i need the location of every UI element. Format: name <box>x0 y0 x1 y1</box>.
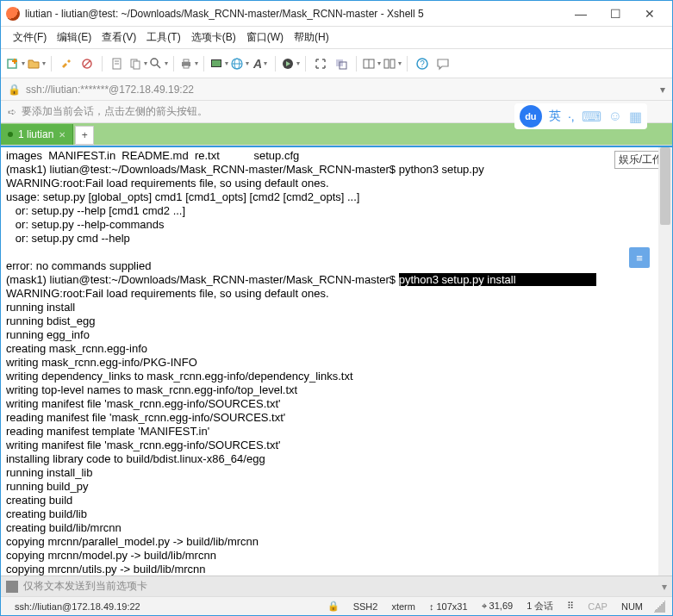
menubar: 文件(F) 编辑(E) 查看(V) 工具(T) 选项卡(B) 窗口(W) 帮助(… <box>1 27 672 49</box>
connect-button[interactable] <box>57 53 76 74</box>
ime-widget: du 英 ·, ⌨ ☺ ▦ <box>514 103 647 129</box>
menu-view[interactable]: 查看(V) <box>97 28 141 47</box>
keyboard-icon[interactable]: ⌨ <box>582 109 601 125</box>
status-term: xterm <box>384 601 422 612</box>
tip-text: 要添加当前会话，点击左侧的箭头按钮。 <box>22 104 208 119</box>
copy-button[interactable] <box>128 53 147 74</box>
fullscreen-button[interactable] <box>311 53 330 74</box>
address-url[interactable]: ssh://liutian:*******@172.18.49.19:22 <box>26 84 194 96</box>
tab-close-icon[interactable]: ✕ <box>59 130 65 140</box>
status-dot-icon <box>8 132 13 137</box>
status-size: ↕ 107x31 <box>422 601 475 612</box>
status-link-icon: ⠿ <box>560 600 581 612</box>
menu-glyph-icon[interactable]: ≡ <box>629 247 650 268</box>
menu-tools[interactable]: 工具(T) <box>141 28 185 47</box>
script-button[interactable] <box>281 53 300 74</box>
font-button[interactable]: A <box>251 53 270 74</box>
new-session-button[interactable] <box>6 53 25 74</box>
svg-line-11 <box>157 65 160 68</box>
encoding-button[interactable] <box>230 53 249 74</box>
properties-button[interactable] <box>108 53 127 74</box>
svg-rect-16 <box>212 60 221 66</box>
address-bar: 🔒 ssh://liutian:*******@172.18.49.19:22 … <box>1 78 672 101</box>
user-icon[interactable]: ☺ <box>608 109 622 124</box>
svg-rect-26 <box>390 59 395 68</box>
transparent-button[interactable] <box>332 53 351 74</box>
menu-edit[interactable]: 编辑(E) <box>52 28 97 47</box>
address-dropdown-icon[interactable]: ▾ <box>660 84 665 96</box>
status-connection: ssh://liutian@172.18.49.19:22 <box>8 601 147 612</box>
lock-icon: 🔒 <box>8 84 21 96</box>
close-button[interactable]: ✕ <box>632 1 667 27</box>
svg-rect-9 <box>134 61 140 69</box>
titlebar: liutian - liutian@test: ~/Downloads/Mask… <box>1 1 672 27</box>
send-icon[interactable] <box>6 581 18 593</box>
ime-punct[interactable]: ·, <box>568 109 575 123</box>
terminal-wrap: 娱乐/工作 images MANIFEST.in README.md re.tx… <box>1 146 672 576</box>
status-sessions: 1 会话 <box>520 600 560 613</box>
resize-grip[interactable] <box>653 600 665 613</box>
menu-help[interactable]: 帮助(H) <box>289 28 334 47</box>
minimize-button[interactable]: — <box>564 1 598 27</box>
menu-window[interactable]: 窗口(W) <box>241 28 289 47</box>
status-cap: CAP <box>581 601 614 612</box>
menu-file[interactable]: 文件(F) <box>8 28 52 47</box>
send-text[interactable]: 仅将文本发送到当前选项卡 <box>23 579 147 594</box>
scrollbar[interactable] <box>658 147 672 576</box>
tab-active[interactable]: 1 liutian ✕ <box>1 124 73 145</box>
color-scheme-button[interactable] <box>209 53 228 74</box>
send-dropdown-icon[interactable]: ▾ <box>662 581 667 593</box>
add-tab-button[interactable]: + <box>75 126 94 145</box>
tunnel-button[interactable] <box>383 53 402 74</box>
app-icon <box>6 7 20 21</box>
tab-label: 1 liutian <box>18 128 53 140</box>
find-button[interactable] <box>149 53 168 74</box>
svg-rect-14 <box>184 65 189 68</box>
ime-lang[interactable]: 英 <box>549 109 561 124</box>
print-button[interactable] <box>179 53 198 74</box>
svg-rect-13 <box>184 59 189 62</box>
open-button[interactable] <box>27 53 46 74</box>
help-button[interactable]: ? <box>413 53 432 74</box>
send-bar: 仅将文本发送到当前选项卡 ▾ <box>1 576 672 596</box>
status-proto: SSH2 <box>346 601 385 612</box>
maximize-button[interactable]: ☐ <box>598 1 632 27</box>
layout-button[interactable] <box>362 53 381 74</box>
window-title: liutian - liutian@test: ~/Downloads/Mask… <box>25 8 564 20</box>
scroll-thumb[interactable] <box>660 147 670 225</box>
svg-line-4 <box>84 60 90 67</box>
status-bar: ssh://liutian@172.18.49.19:22 🔒 SSH2 xte… <box>1 596 672 615</box>
add-session-icon[interactable]: ➪ <box>8 106 16 118</box>
svg-rect-25 <box>384 59 389 68</box>
terminal[interactable]: images MANIFEST.in README.md re.txt setu… <box>1 147 672 576</box>
svg-point-10 <box>151 59 158 65</box>
disconnect-button[interactable] <box>78 53 97 74</box>
chat-button[interactable] <box>433 53 452 74</box>
status-num: NUM <box>614 601 650 612</box>
svg-text:?: ? <box>420 59 425 69</box>
menu-tabs[interactable]: 选项卡(B) <box>186 28 241 47</box>
selected-text: python3 setup.py install <box>399 273 516 286</box>
grid-icon[interactable]: ▦ <box>629 109 642 125</box>
toolbar: A ? <box>1 49 672 78</box>
baidu-icon[interactable]: du <box>520 105 542 128</box>
status-cursor: ⌖ 31,69 <box>475 600 520 612</box>
status-lock-icon: 🔒 <box>321 600 346 612</box>
